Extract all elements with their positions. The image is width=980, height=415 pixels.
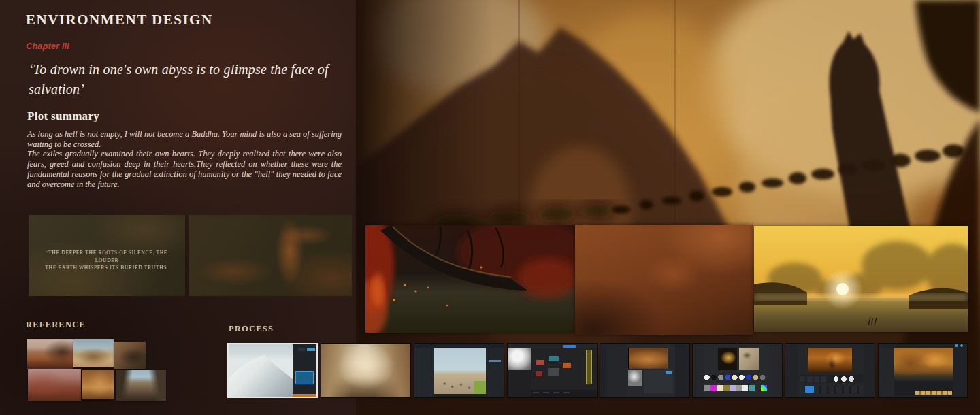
plot-paragraph-2: The exiles gradually examined their own … (27, 149, 342, 189)
chapter-quote: ‘To drown in one's own abyss is to glimp… (29, 60, 342, 99)
material-sphere-preview (508, 348, 531, 370)
page-title: ENVIRONMENT DESIGN (26, 12, 213, 29)
reference-photo-ruins (74, 339, 114, 367)
process-section-label: PROCESS (229, 324, 274, 334)
render-golden-sunset (754, 226, 968, 332)
concept-caption-line2: the earth whispers its buried truths. (41, 264, 172, 271)
plot-summary-heading: Plot summary (27, 110, 99, 123)
process-step-canyon-render (321, 343, 411, 398)
process-step-scatter-viewport (414, 343, 504, 398)
timeline-filmstrip (915, 391, 952, 395)
terrain-viewport (229, 344, 293, 397)
reference-photo-desert-mesa (27, 339, 74, 369)
terrain-settings-panel (293, 344, 316, 397)
color-swatch-circles (704, 374, 768, 381)
scene-render-preview (808, 348, 853, 372)
process-step-landscape-lookdev (600, 343, 690, 398)
landscape-render-preview (628, 348, 669, 369)
plot-summary-text: As long as hell is not empty, I will not… (27, 129, 342, 189)
map-texture-preview (739, 348, 759, 370)
chapter-label: Chapter III (26, 41, 69, 51)
concept-still-quote: ‘The deeper the roots of silence, the lo… (29, 215, 185, 296)
process-step-shader-nodes (507, 343, 598, 398)
reference-section-label: REFERENCE (26, 320, 86, 330)
process-step-scene-painting (785, 343, 875, 398)
process-step-compositing (878, 343, 968, 398)
reference-photo-red-cliffs (28, 369, 81, 401)
reference-photo-canyon-valley (116, 370, 166, 401)
brush-preset-row (799, 375, 863, 384)
reference-photo-dust-storm (82, 370, 114, 399)
process-step-heightfield-terrain (227, 343, 318, 398)
heightmap-preview (628, 370, 642, 386)
render-rust-canyon (575, 225, 753, 335)
composite-render-preview (894, 348, 953, 379)
concept-still-terrain (189, 215, 352, 296)
plot-paragraph-1: As long as hell is not empty, I will not… (27, 129, 342, 149)
process-step-texture-palette (692, 343, 783, 398)
reference-photo-painted-canyon (114, 342, 146, 369)
render-burning-wreck (365, 225, 575, 333)
rock-texture-preview (718, 348, 738, 370)
concept-caption: ‘The deeper the roots of silence, the lo… (41, 249, 172, 271)
concept-caption-line1: ‘The deeper the roots of silence, the lo… (41, 249, 172, 264)
color-swatch-squares (704, 385, 768, 392)
